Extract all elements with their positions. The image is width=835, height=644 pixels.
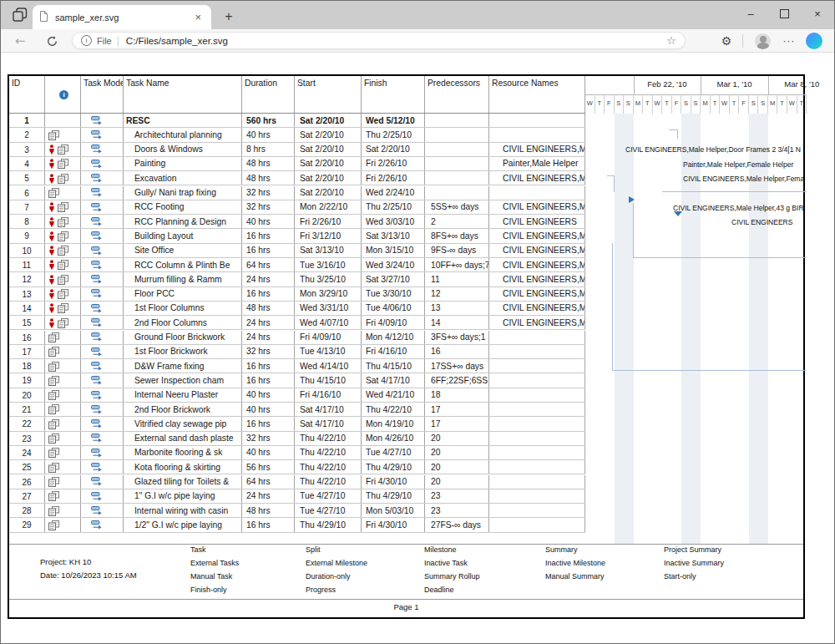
browser-essentials-icon[interactable]: ⚙ (716, 34, 737, 48)
col-header-task-name: Task Name (124, 76, 242, 113)
table-row: 25Kota flooring & skirting56 hrsThu 4/22… (9, 460, 585, 474)
indicator-icon (58, 217, 68, 229)
tab-close-icon[interactable]: × (191, 11, 205, 23)
duration-cell: 40 hrs (242, 446, 295, 459)
duration-cell: 16 hrs (242, 359, 295, 373)
duration-cell: 40 hrs (242, 128, 295, 141)
row-id: 19 (9, 373, 45, 387)
day-letter: S (691, 94, 701, 114)
page-footer-line (9, 599, 803, 600)
row-id: 25 (9, 460, 45, 474)
start-cell: Mon 3/29/10 (295, 287, 362, 301)
task-mode-icon (91, 275, 103, 286)
task-mode-icon (91, 261, 103, 271)
legend-item: Deadline (424, 586, 480, 599)
day-letter: W (787, 94, 797, 114)
resource-names-cell (489, 432, 585, 445)
task-mode-cell (81, 446, 124, 459)
resource-names-cell (489, 359, 585, 373)
duration-cell: 24 hrs (242, 272, 295, 286)
predecessors-cell (425, 157, 489, 170)
browser-tab[interactable]: sample_xer.svg × (33, 5, 211, 29)
start-cell: Thu 4/15/10 (295, 373, 362, 387)
refresh-button[interactable] (43, 32, 61, 50)
task-mode-icon (91, 289, 103, 300)
weekend-band (615, 114, 634, 544)
task-mode-cell (81, 345, 124, 358)
legend-column: Project SummaryInactive SummaryStart-onl… (664, 545, 724, 586)
finish-cell: Wed 3/24/10 (362, 258, 425, 271)
table-row: 9Building Layout16 hrsFri 3/12/10Sat 3/1… (9, 229, 585, 243)
close-button[interactable]: × (801, 1, 834, 26)
task-name-cell: 1st Floor Brickwork (124, 345, 242, 358)
day-letter: S (758, 94, 768, 114)
maximize-button[interactable] (767, 1, 801, 26)
finish-cell: Wed 3/03/10 (362, 215, 425, 228)
indicator-icon (48, 434, 59, 445)
minimize-button[interactable]: – (734, 1, 767, 26)
toolbar: ← i File | C:/Files/sample_xer.svg ☆ ⚙ ·… (1, 29, 834, 53)
resource-names-cell (489, 417, 585, 430)
task-mode-icon (91, 362, 103, 373)
duration-cell: 16 hrs (242, 229, 295, 242)
task-mode-cell (81, 128, 124, 141)
predecessors-cell (425, 186, 489, 200)
indicator-cell (45, 302, 81, 315)
start-cell: Sat 2/20/10 (295, 171, 362, 185)
overallocated-icon (48, 260, 55, 271)
predecessors-cell: 20 (425, 446, 489, 459)
task-mode-cell (81, 388, 124, 402)
resource-annotation: Painter,Male Helper,Female Helper (683, 160, 793, 169)
table-row: 23External sand dash plaste32 hrsThu 4/2… (9, 432, 585, 446)
indicator-cell (45, 388, 81, 402)
table-row: 271" G.I w/c pipe laying24 hrsTue 4/27/1… (9, 489, 585, 504)
indicator-cell (45, 403, 81, 416)
finish-cell: Thu 4/29/10 (362, 460, 425, 474)
duration-cell: 16 hrs (242, 287, 295, 301)
day-letter: T (797, 94, 807, 114)
profile-avatar[interactable] (755, 33, 771, 49)
finish-cell: Fri 4/30/10 (362, 475, 425, 489)
copilot-icon[interactable] (806, 33, 822, 49)
overallocated-icon (48, 275, 55, 287)
row-id: 10 (9, 244, 45, 257)
indicator-icon (58, 231, 68, 243)
legend-item: External Milestone (306, 559, 367, 572)
site-info-icon[interactable]: i (81, 35, 92, 46)
task-name-cell: Ground Floor Brickwork (124, 331, 242, 344)
settings-menu-icon[interactable]: ··· (777, 35, 801, 47)
task-mode-cell (81, 403, 124, 416)
task-mode-icon (91, 318, 103, 329)
day-letter: F (672, 94, 682, 114)
col-header-resource-names: Resource Names (489, 76, 585, 113)
table-row: 8RCC Planning & Design40 hrsFri 2/26/10W… (9, 215, 585, 229)
task-mode-icon (91, 188, 103, 199)
start-cell: Wed 3/31/10 (295, 302, 362, 315)
task-name-cell: 1st Floor Columns (124, 302, 242, 315)
window-controls: – × (734, 1, 834, 29)
indicator-icon (48, 491, 59, 503)
start-cell: Sat 2/20/10 (295, 143, 362, 156)
finish-cell: Wed 5/12/10 (362, 114, 425, 127)
indicator-cell (45, 114, 81, 127)
indicator-icon (58, 174, 68, 185)
task-mode-icon (91, 145, 103, 155)
resource-names-cell (489, 446, 585, 459)
table-row: 1RESC560 hrsSat 2/20/10Wed 5/12/10 (9, 114, 585, 128)
favorite-star-icon[interactable]: ☆ (666, 34, 676, 47)
url-text: C:/Files/sample_xer.svg (126, 36, 666, 46)
start-cell: Thu 4/22/10 (295, 446, 362, 459)
new-tab-button[interactable]: + (220, 8, 238, 26)
predecessors-cell (425, 171, 489, 185)
task-mode-icon (91, 231, 103, 242)
legend-item: Start-only (664, 572, 724, 586)
tab-actions-icon[interactable] (10, 6, 30, 24)
row-id: 11 (9, 258, 45, 271)
address-bar[interactable]: i File | C:/Files/sample_xer.svg ☆ (72, 32, 686, 49)
indicator-cell (45, 200, 81, 214)
back-button[interactable]: ← (11, 32, 29, 50)
link-line (662, 191, 807, 192)
duration-cell: 40 hrs (242, 403, 295, 416)
task-mode-cell (81, 171, 124, 185)
resource-names-cell: CIVIL ENGINEERS,M (489, 272, 585, 286)
